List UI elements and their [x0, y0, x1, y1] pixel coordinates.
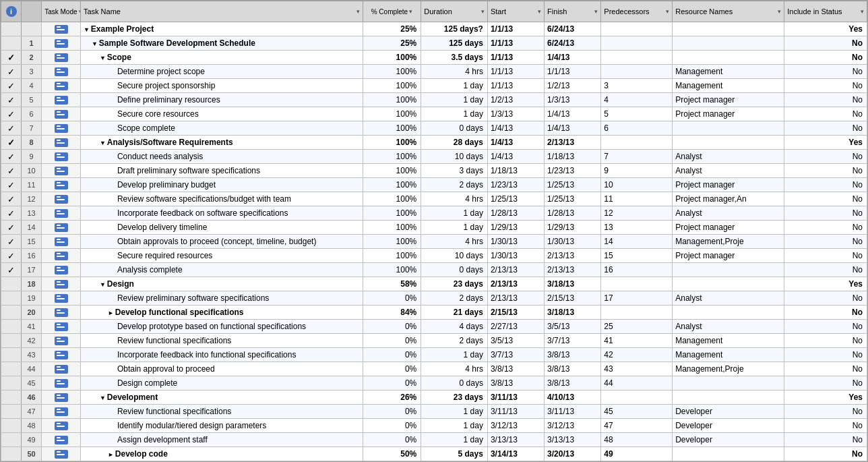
col-header-taskname[interactable]: Task Name ▾ [80, 1, 363, 22]
task-mode-cell [42, 164, 81, 178]
task-mode-cell [42, 277, 81, 291]
task-mode-icon [55, 280, 68, 289]
task-mode-icon [55, 322, 68, 331]
start-cell: 1/30/13 [487, 235, 544, 249]
task-mode-icon [55, 365, 68, 374]
check-cell [1, 447, 22, 461]
col-header-status[interactable]: Include in Status ▾ [784, 1, 867, 22]
task-name-text: Incorporate feedback on software specifi… [117, 208, 288, 218]
task-name-cell: Draft preliminary software specification… [80, 164, 363, 178]
col-header-resource[interactable]: Resource Names ▾ [673, 1, 784, 22]
task-mode-icon [55, 266, 68, 275]
checkmark-icon: ✓ [7, 208, 15, 219]
check-cell: ✓ [1, 107, 22, 121]
task-name-text: Develop prototype based on functional sp… [117, 322, 306, 331]
row-number: 49 [22, 433, 42, 447]
row-number [22, 22, 42, 36]
duration-cell: 4 hrs [421, 192, 488, 206]
collapse-icon[interactable]: ▼ [100, 55, 106, 61]
status-cell: No [784, 51, 867, 65]
col-header-finish[interactable]: Finish ▾ [545, 1, 601, 22]
row-number: 16 [22, 249, 42, 263]
pct-complete-cell: 50% [363, 447, 421, 461]
check-cell: ✓ [1, 206, 22, 221]
col-header-mode[interactable]: Task Mode ▾ [42, 1, 81, 22]
task-mode-icon [55, 308, 68, 317]
task-name-cell: ►Develop functional specifications [80, 306, 363, 320]
checkmark-icon: ✓ [7, 152, 15, 162]
pct-complete-cell: 0% [363, 291, 421, 306]
start-cell: 1/3/13 [487, 107, 544, 121]
finish-cell: 3/12/13 [545, 419, 601, 433]
row-number: 2 [22, 51, 42, 65]
collapse-icon[interactable]: ▼ [100, 140, 106, 146]
row-number: 3 [22, 65, 42, 79]
task-name-text: Develop functional specifications [115, 308, 244, 317]
resource-names-cell: Management [673, 348, 784, 362]
duration-cell: 4 days [421, 320, 488, 334]
task-mode-cell [42, 306, 81, 320]
duration-cell: 21 days [421, 306, 488, 320]
checkmark-icon: ✓ [7, 67, 15, 77]
checkmark-icon: ✓ [7, 223, 15, 233]
start-cell: 1/4/13 [487, 136, 544, 150]
expand-icon[interactable]: ► [108, 451, 114, 458]
status-cell: No [784, 79, 867, 93]
duration-cell: 1 day [421, 107, 488, 121]
row-number: 19 [22, 291, 42, 306]
col-header-duration[interactable]: Duration ▾ [421, 1, 488, 22]
collapse-icon[interactable]: ▼ [92, 40, 98, 47]
task-mode-cell [42, 93, 81, 107]
predecessors-cell: 15 [601, 249, 673, 263]
collapse-icon[interactable]: ▼ [84, 26, 90, 33]
finish-cell: 1/30/13 [545, 235, 601, 249]
check-cell [1, 36, 22, 51]
task-name-text: Develop code [115, 449, 168, 459]
duration-cell: 1 day [421, 419, 488, 433]
pct-complete-cell: 100% [363, 79, 421, 93]
resource-names-cell: Management [673, 79, 784, 93]
duration-cell: 4 hrs [421, 235, 488, 249]
task-mode-icon [55, 422, 68, 430]
status-cell: No [784, 164, 867, 178]
task-mode-cell [42, 65, 81, 79]
checkmark-icon: ✓ [7, 123, 15, 134]
check-cell: ✓ [1, 79, 22, 93]
resource-names-cell [673, 306, 784, 320]
duration-cell: 23 days [421, 391, 488, 405]
task-mode-cell [42, 433, 81, 447]
predecessors-cell: 43 [601, 362, 673, 376]
collapse-icon[interactable]: ▼ [100, 395, 106, 401]
collapse-icon[interactable]: ▼ [100, 281, 106, 288]
start-cell: 2/13/13 [487, 277, 544, 291]
resource-names-cell: Project manager [673, 107, 784, 121]
row-number: 15 [22, 235, 42, 249]
duration-cell: 125 days? [421, 22, 488, 36]
duration-cell: 23 days [421, 277, 488, 291]
resource-names-cell: Management [673, 334, 784, 348]
task-mode-icon [55, 82, 68, 90]
expand-icon[interactable]: ► [108, 310, 114, 316]
duration-cell: 2 days [421, 291, 488, 306]
status-cell: No [784, 36, 867, 51]
task-mode-icon [55, 39, 68, 48]
col-header-start[interactable]: Start ▾ [487, 1, 544, 22]
finish-cell: 6/24/13 [545, 36, 601, 51]
pct-complete-cell: 100% [363, 164, 421, 178]
pct-complete-cell: 84% [363, 306, 421, 320]
table-row: 19 Review preliminary software specifica… [1, 291, 867, 306]
checkmark-icon: ✓ [7, 109, 15, 119]
task-mode-cell [42, 291, 81, 306]
check-cell [1, 405, 22, 419]
finish-cell: 3/8/13 [545, 376, 601, 391]
task-mode-icon [55, 450, 68, 459]
predecessors-cell: 4 [601, 93, 673, 107]
table-row: ✓11 Develop preliminary budget100%2 days… [1, 178, 867, 192]
checkmark-icon: ✓ [7, 81, 15, 91]
table-row: ▼Example Project25%125 days?1/1/136/24/1… [1, 22, 867, 36]
col-header-pred[interactable]: Predecessors ▾ [601, 1, 673, 22]
predecessors-cell: 45 [601, 405, 673, 419]
checkmark-icon: ✓ [7, 53, 15, 63]
col-header-pct[interactable]: % Complete ▾ [363, 1, 421, 22]
resource-names-cell: Project manager [673, 93, 784, 107]
